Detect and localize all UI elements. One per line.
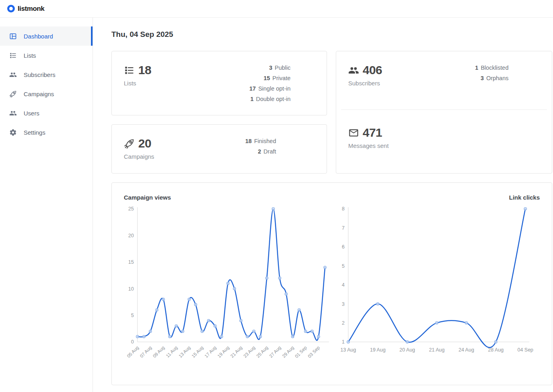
svg-text:13 Aug: 13 Aug <box>341 347 356 353</box>
sidebar-item-label: Settings <box>24 129 45 136</box>
sidebar-nav: Dashboard Lists Subscribers Campaigns <box>0 26 93 142</box>
messages-section: 471 Messages sent <box>336 110 552 149</box>
svg-text:19 Aug: 19 Aug <box>370 347 385 353</box>
listmonk-logo-icon <box>7 5 15 12</box>
svg-text:29 Aug: 29 Aug <box>281 345 295 359</box>
sidebar-item-subscribers[interactable]: Subscribers <box>0 65 93 84</box>
campaigns-icon <box>9 90 17 98</box>
svg-text:8: 8 <box>342 206 345 212</box>
sidebar-item-label: Users <box>24 110 39 117</box>
link-clicks-chart: 1234567813 Aug19 Aug20 Aug21 Aug24 Aug28… <box>332 202 541 368</box>
brand-logo[interactable]: listmonk <box>7 5 44 13</box>
svg-text:1: 1 <box>342 339 345 345</box>
stat-row: 15Private <box>245 73 291 83</box>
svg-text:13 Aug: 13 Aug <box>178 345 192 359</box>
subscribers-label: Subscribers <box>348 80 382 87</box>
svg-text:11 Aug: 11 Aug <box>165 345 178 358</box>
svg-text:17 Aug: 17 Aug <box>204 345 217 359</box>
campaigns-label: Campaigns <box>124 153 154 160</box>
lists-icon <box>9 52 17 59</box>
stat-row: 3Public <box>245 63 291 73</box>
svg-text:25 Aug: 25 Aug <box>255 345 269 359</box>
subscribers-icon <box>348 65 359 76</box>
svg-text:20: 20 <box>128 233 134 238</box>
messages-label: Messages sent <box>348 142 552 149</box>
campaigns-icon <box>124 138 135 149</box>
sidebar-item-label: Subscribers <box>24 71 55 78</box>
stat-row: 18Finished <box>243 136 276 146</box>
settings-icon <box>9 129 17 136</box>
campaign-views-chart: 051015202505 Aug07 Aug09 Aug11 Aug13 Aug… <box>122 202 331 368</box>
svg-text:23 Aug: 23 Aug <box>242 345 256 359</box>
subscribers-summary: 406 Subscribers <box>336 51 382 109</box>
svg-text:2: 2 <box>342 320 345 326</box>
dashboard-content: Thu, 04 Sep 2025 18 Lists 3Public 15Priv… <box>93 18 553 392</box>
svg-text:25: 25 <box>128 206 134 212</box>
lists-icon <box>124 65 135 76</box>
subscribers-section: 406 Subscribers 1Blocklisted 3Orphans <box>336 51 552 109</box>
stat-row: 3Orphans <box>470 73 509 83</box>
lists-card: 18 Lists 3Public 15Private 17Single opt-… <box>111 51 327 115</box>
lists-count: 18 <box>138 63 151 77</box>
sidebar: Dashboard Lists Subscribers Campaigns <box>0 18 93 392</box>
sidebar-item-label: Campaigns <box>24 91 54 97</box>
svg-text:3: 3 <box>342 301 345 307</box>
subscribers-count: 406 <box>363 63 382 77</box>
messages-count: 471 <box>363 126 382 139</box>
messages-summary: 471 Messages sent <box>336 126 552 149</box>
link-clicks-title: Link clicks <box>509 194 540 201</box>
svg-text:15: 15 <box>128 259 134 265</box>
svg-text:0: 0 <box>131 339 134 345</box>
sidebar-item-label: Dashboard <box>24 33 53 40</box>
campaigns-count: 20 <box>138 137 151 150</box>
lists-label: Lists <box>124 80 151 87</box>
brand-name: listmonk <box>18 5 44 13</box>
charts-card: Campaign views Link clicks 051015202505 … <box>111 182 552 385</box>
stat-row: 2Draft <box>243 146 276 157</box>
svg-text:27 Aug: 27 Aug <box>268 345 282 359</box>
svg-text:04 Sep: 04 Sep <box>517 347 533 353</box>
svg-text:15 Aug: 15 Aug <box>191 345 204 359</box>
app-header: listmonk <box>0 0 553 18</box>
sidebar-item-campaigns[interactable]: Campaigns <box>0 84 93 103</box>
stat-row: 1Blocklisted <box>470 63 509 73</box>
svg-text:7: 7 <box>342 225 345 231</box>
sidebar-item-dashboard[interactable]: Dashboard <box>0 26 93 46</box>
campaigns-stats: 18Finished 2Draft <box>243 125 327 173</box>
svg-text:24 Aug: 24 Aug <box>458 347 474 353</box>
subscribers-messages-card: 406 Subscribers 1Blocklisted 3Orphans <box>336 51 552 174</box>
svg-text:10: 10 <box>128 286 134 292</box>
svg-text:5: 5 <box>342 263 345 269</box>
svg-text:6: 6 <box>342 244 345 250</box>
dashboard-icon <box>9 32 17 40</box>
sidebar-item-lists[interactable]: Lists <box>0 46 93 65</box>
sidebar-item-label: Lists <box>24 52 36 59</box>
stat-row: 17Single opt-in <box>245 83 291 94</box>
svg-text:03 Sep: 03 Sep <box>307 345 321 359</box>
subscribers-icon <box>9 71 17 79</box>
page-title: Thu, 04 Sep 2025 <box>111 30 553 39</box>
svg-text:4: 4 <box>342 282 345 288</box>
sidebar-item-settings[interactable]: Settings <box>0 123 93 142</box>
campaigns-card: 20 Campaigns 18Finished 2Draft <box>111 124 327 174</box>
lists-summary: 18 Lists <box>112 51 151 115</box>
svg-text:01 Sep: 01 Sep <box>294 345 308 359</box>
svg-text:09 Aug: 09 Aug <box>152 345 165 359</box>
svg-text:5: 5 <box>131 313 134 318</box>
subscribers-stats: 1Blocklisted 3Orphans <box>470 51 552 109</box>
users-icon <box>9 109 17 117</box>
svg-text:20 Aug: 20 Aug <box>400 347 415 353</box>
campaign-views-title: Campaign views <box>124 194 171 201</box>
lists-stats: 3Public 15Private 17Single opt-in 1Doubl… <box>245 51 327 115</box>
stat-row: 1Double opt-in <box>245 94 291 104</box>
svg-text:05 Aug: 05 Aug <box>126 345 140 359</box>
svg-text:07 Aug: 07 Aug <box>139 345 153 359</box>
messages-icon <box>348 127 359 138</box>
svg-text:19 Aug: 19 Aug <box>217 345 230 359</box>
stat-cards-grid: 18 Lists 3Public 15Private 17Single opt-… <box>111 51 553 174</box>
svg-text:21 Aug: 21 Aug <box>230 345 243 359</box>
campaigns-summary: 20 Campaigns <box>112 125 154 173</box>
svg-text:21 Aug: 21 Aug <box>429 347 445 353</box>
sidebar-item-users[interactable]: Users <box>0 103 93 123</box>
